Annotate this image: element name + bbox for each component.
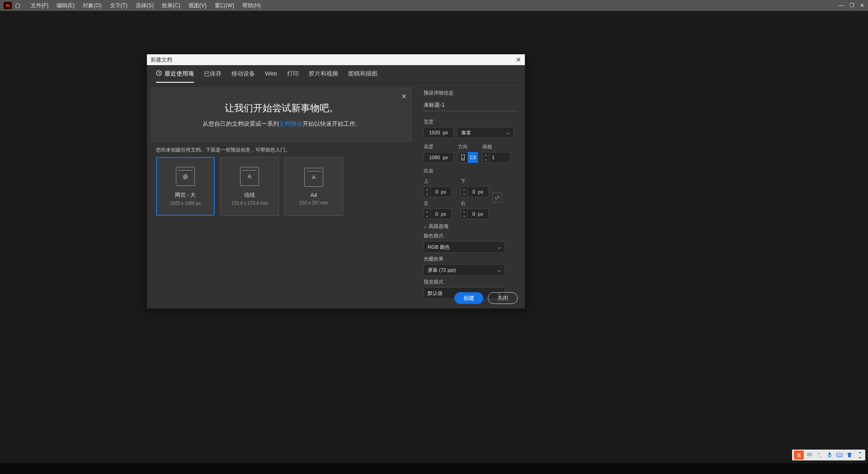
web-icon xyxy=(176,167,195,186)
details-pane: 预设详细信息 宽度 像素 ⌵ 高度 方向 xyxy=(416,83,525,308)
link-bleed-button[interactable] xyxy=(492,193,502,203)
ime-tray[interactable]: S 中 °, ▪▪▪▪ xyxy=(792,450,865,460)
svg-point-3 xyxy=(313,177,314,178)
bleed-left-input[interactable] xyxy=(430,209,452,219)
bleed-bottom-input[interactable] xyxy=(467,186,489,197)
preview-mode-label: 预览模式 xyxy=(424,279,518,285)
app-logo: Ai xyxy=(4,2,12,9)
menu-file[interactable]: 文件(F) xyxy=(27,1,52,10)
menu-window[interactable]: 窗口(W) xyxy=(211,1,238,10)
width-label: 宽度 xyxy=(424,118,518,125)
bleed-top-label: 上 xyxy=(424,178,452,185)
bleed-top-stepper[interactable]: ▲▼ xyxy=(424,186,452,197)
maximize-button[interactable]: ❐ xyxy=(849,2,854,9)
dialog-titlebar: 新建文档 ✕ xyxy=(147,54,525,65)
height-label: 高度 xyxy=(424,143,453,150)
svg-point-2 xyxy=(249,176,250,177)
width-input[interactable] xyxy=(424,127,453,138)
bleed-top-input[interactable] xyxy=(430,186,452,197)
color-mode-select[interactable]: RGB 颜色⌵ xyxy=(424,241,505,253)
a4-icon xyxy=(304,168,323,187)
tab-film[interactable]: 胶片和视频 xyxy=(309,65,338,83)
preset-web-large[interactable]: 网页 - 大 1920 x 1080 px xyxy=(156,157,215,216)
menu-help[interactable]: 帮助(H) xyxy=(239,1,264,10)
color-mode-label: 颜色模式 xyxy=(424,232,518,239)
advanced-options-toggle[interactable]: ⌵ 高级选项 xyxy=(424,223,518,230)
dialog-close-button[interactable]: ✕ xyxy=(516,56,521,63)
svg-rect-9 xyxy=(837,453,842,457)
ime-mic-icon[interactable] xyxy=(826,451,834,459)
raster-effects-select[interactable]: 屏幕 (72 ppi)⌵ xyxy=(424,264,505,276)
svg-point-7 xyxy=(474,157,475,158)
bleed-right-label: 右 xyxy=(461,200,489,207)
ime-more-icon[interactable]: ▪▪▪▪ xyxy=(855,451,863,459)
ime-sogou-icon[interactable]: S xyxy=(794,450,804,460)
preset-a4[interactable]: A4 210 x 297 mm xyxy=(284,157,343,216)
minimize-button[interactable]: — xyxy=(839,2,844,9)
create-button[interactable]: 创建 xyxy=(454,292,483,304)
menu-type[interactable]: 文字(T) xyxy=(106,1,131,10)
preset-letter[interactable]: 信纸 215.9 x 279.4 mm xyxy=(220,157,279,216)
artboards-stepper[interactable]: ▲▼ xyxy=(482,152,510,163)
bleed-right-input[interactable] xyxy=(467,209,489,219)
home-icon[interactable] xyxy=(14,2,21,9)
menu-effect[interactable]: 效果(C) xyxy=(158,1,184,10)
menu-object[interactable]: 对象(O) xyxy=(79,1,105,10)
ime-lang[interactable]: 中 xyxy=(806,451,814,459)
raster-effects-label: 光栅效果 xyxy=(424,256,518,262)
chevron-down-icon: ⌵ xyxy=(507,130,510,136)
bleed-left-stepper[interactable]: ▲▼ xyxy=(424,209,452,219)
svg-rect-8 xyxy=(829,452,830,455)
chevron-down-icon: ⌵ xyxy=(498,244,501,250)
bleed-right-stepper[interactable]: ▲▼ xyxy=(461,209,489,219)
hero-title: 让我们开始尝试新事物吧。 xyxy=(225,102,339,114)
bleed-bottom-label: 下 xyxy=(461,178,489,185)
dialog-title: 新建文档 xyxy=(151,56,172,64)
tab-web[interactable]: Web xyxy=(265,65,277,83)
tab-recent-label: 最近使用项 xyxy=(165,70,194,78)
ime-skin-icon[interactable] xyxy=(845,451,854,459)
preset-dimensions: 210 x 297 mm xyxy=(299,200,328,205)
preset-title: A4 xyxy=(311,192,317,199)
ime-keyboard-icon[interactable] xyxy=(835,451,844,459)
new-document-dialog: 新建文档 ✕ 最近使用项 已保存 移动设备 Web 打印 胶片和视频 图稿和插图… xyxy=(147,54,525,308)
bleed-section-label: 出血 xyxy=(424,167,518,174)
close-button[interactable]: 关闭 xyxy=(488,292,518,304)
bleed-left-label: 左 xyxy=(424,200,452,207)
close-window-button[interactable]: ✕ xyxy=(860,2,864,9)
document-name-input[interactable] xyxy=(424,100,518,111)
menu-view[interactable]: 视图(V) xyxy=(185,1,210,10)
preset-dimensions: 1920 x 1080 px xyxy=(170,201,201,206)
hero-banner: ✕ 让我们开始尝试新事物吧。 从您自己的文档设置或一系列文档预设开始以快速开始工… xyxy=(151,88,412,142)
link-icon xyxy=(495,195,500,200)
presets-hint: 您尚未创建任何文档。下面是一些预设创意，可帮助您入门。 xyxy=(156,147,407,153)
svg-point-5 xyxy=(462,158,463,159)
bleed-bottom-stepper[interactable]: ▲▼ xyxy=(461,186,489,197)
unit-select[interactable]: 像素 ⌵ xyxy=(457,127,514,138)
panel-title: 预设详细信息 xyxy=(424,90,518,96)
orientation-landscape[interactable] xyxy=(468,152,478,163)
tab-saved[interactable]: 已保存 xyxy=(204,65,222,83)
ime-punct-icon[interactable]: °, xyxy=(816,451,824,459)
hero-presets-link[interactable]: 文档预设 xyxy=(279,120,302,127)
tab-recent[interactable]: 最近使用项 xyxy=(156,65,194,83)
clock-icon xyxy=(156,70,162,77)
tab-art[interactable]: 图稿和插图 xyxy=(348,65,377,83)
preset-title: 信纸 xyxy=(244,191,255,199)
artboards-input[interactable] xyxy=(489,152,510,163)
taskbar xyxy=(0,463,868,474)
tab-mobile[interactable]: 移动设备 xyxy=(231,65,255,83)
letter-icon xyxy=(240,167,259,186)
artboards-label: 画板 xyxy=(482,143,510,150)
hero-close-button[interactable]: ✕ xyxy=(401,93,407,100)
tab-print[interactable]: 打印 xyxy=(287,65,299,83)
menu-edit[interactable]: 编辑(E) xyxy=(53,1,78,10)
presets-pane: ✕ 让我们开始尝试新事物吧。 从您自己的文档设置或一系列文档预设开始以快速开始工… xyxy=(147,83,416,308)
menu-bar: Ai 文件(F) 编辑(E) 对象(O) 文字(T) 选择(S) 效果(C) 视… xyxy=(0,0,868,11)
menu-select[interactable]: 选择(S) xyxy=(132,1,157,10)
height-input[interactable] xyxy=(424,152,453,163)
orientation-portrait[interactable] xyxy=(458,152,468,163)
preset-dimensions: 215.9 x 279.4 mm xyxy=(231,201,268,206)
chevron-down-icon: ⌵ xyxy=(498,267,501,273)
orientation-label: 方向 xyxy=(458,143,478,150)
